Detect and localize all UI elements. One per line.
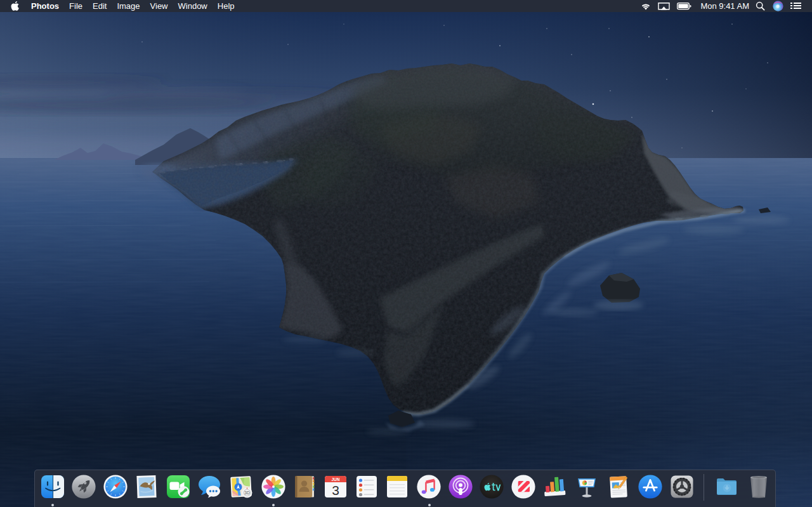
svg-text:3: 3 <box>332 483 339 497</box>
svg-text:3D: 3D <box>244 491 250 495</box>
svg-text:JUN: JUN <box>331 477 339 482</box>
